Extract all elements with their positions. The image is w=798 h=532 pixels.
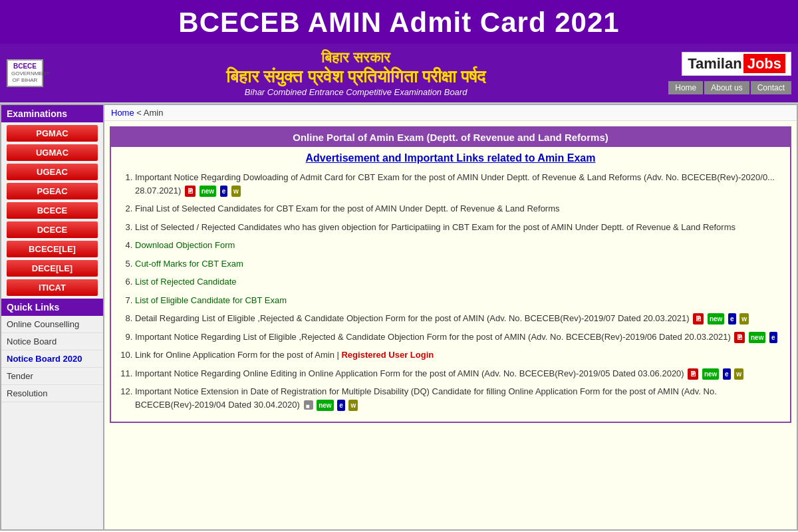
sidebar-item-iticat[interactable]: ITICAT [7,279,98,296]
page-title: BCECEB AMIN Admit Card 2021 [0,7,798,39]
breadcrumb-home[interactable]: Home [111,108,134,118]
badge-pdf: 🖹 [688,368,698,380]
download-objection-link[interactable]: Download Objection Form [135,240,235,250]
sidebar-exams-title: Examinations [1,105,103,122]
nav-contact[interactable]: Contact [751,81,791,94]
sidebar-link-counselling[interactable]: Online Counselling [1,316,103,333]
nav-about[interactable]: About us [704,81,749,94]
site-header-left: BCECE GOVERNMENT OF BIHAR [7,59,43,86]
badge-e: e [220,186,228,197]
sidebar-link-noticeboard[interactable]: Notice Board [1,333,103,350]
list-item: Link for Online Application Form for the… [135,348,779,362]
badge-e: e [337,400,345,411]
list-item: List of Rejected Candidate [135,275,779,289]
badge-new: new [317,400,333,411]
list-item: Download Objection Form [135,239,779,252]
eligible-candidate-link[interactable]: List of Eligible Candidate for CBT Exam [135,295,287,305]
badge-img: ■ [304,400,313,410]
sidebar-link-resolution[interactable]: Resolution [1,385,103,402]
sidebar-quicklinks-title: Quick Links [1,299,103,316]
sidebar-link-noticeboard2020[interactable]: Notice Board 2020 [1,350,103,368]
badge-e: e [769,332,777,343]
site-header: BCECE GOVERNMENT OF BIHAR बिहार सरकार बि… [0,44,798,104]
rejected-candidate-link[interactable]: List of Rejected Candidate [135,277,236,287]
nav-bar: Home About us Contact [668,81,791,94]
advert-link[interactable]: Advertisement and Important Links relate… [122,152,779,164]
list-item: List of Selected / Rejected Candidates w… [135,221,779,234]
badge-w: w [734,368,743,380]
badge-w: w [739,313,749,325]
content-area: Home < Amin Online Portal of Amin Exam (… [104,105,797,529]
badge-e: e [728,313,736,325]
list-item: List of Eligible Candidate for CBT Exam [135,294,779,307]
badge-new: new [702,368,719,380]
badge-pdf: 🖹 [734,332,745,343]
list-item: Important Notice Extension in Date of Re… [135,385,779,411]
content-inner: Advertisement and Important Links relate… [111,147,790,422]
badge-new: new [200,186,216,197]
main-wrapper: Examinations PGMAC UGMAC UGEAC PGEAC BCE… [0,104,798,531]
badge-pdf: 🖹 [185,186,196,197]
list-item: Important Notice Regarding Dowloading of… [135,171,779,197]
tamilan-jobs-logo: TamilanJobs [682,52,791,76]
sidebar-item-dece-le[interactable]: DECE[LE] [7,260,98,277]
site-header-right: TamilanJobs Home About us Contact [668,52,791,94]
badge-pdf: 🖹 [693,313,704,325]
sidebar-item-bcece-le[interactable]: BCECE[LE] [7,241,98,257]
sidebar-item-ugeac[interactable]: UGEAC [7,164,98,180]
sidebar-item-ugmac[interactable]: UGMAC [7,144,98,161]
page-header: BCECEB AMIN Admit Card 2021 [0,0,798,44]
badge-new: new [749,332,765,343]
list-item: Final List of Selected Candidates for CB… [135,202,779,215]
sidebar-link-tender[interactable]: Tender [1,368,103,385]
badge-w: w [348,400,358,411]
content-box: Online Portal of Amin Exam (Deptt. of Re… [110,126,791,423]
sidebar: Examinations PGMAC UGMAC UGEAC PGEAC BCE… [1,105,104,529]
list-item: Important Notice Regarding List of Eligi… [135,331,779,344]
registered-user-login-link[interactable]: Registered User Login [341,350,434,360]
sidebar-item-dcece[interactable]: DCECE [7,221,98,238]
list-item: Cut-off Marks for CBT Exam [135,257,779,271]
sidebar-item-pgmac[interactable]: PGMAC [7,125,98,142]
sidebar-item-pgeac[interactable]: PGEAC [7,183,98,200]
nav-home[interactable]: Home [668,81,703,94]
badge-new: new [708,313,724,325]
items-list: Important Notice Regarding Dowloading of… [122,171,779,411]
list-item: Detail Regarding List of Eligible ,Rejec… [135,312,779,325]
breadcrumb: Home < Amin [104,105,797,121]
bceceb-logo: BCECE GOVERNMENT OF BIHAR [7,59,43,86]
content-title: Online Portal of Amin Exam (Deptt. of Re… [111,128,790,147]
site-header-center: बिहार सरकार बिहार संयुक्त प्रवेश प्रतियो… [43,49,668,97]
badge-e: e [723,368,731,380]
badge-w: w [231,186,241,197]
sidebar-item-bcece[interactable]: BCECE [7,202,98,219]
cutoff-marks-link[interactable]: Cut-off Marks for CBT Exam [135,259,243,269]
list-item: Important Notice Regarding Online Editin… [135,367,779,380]
